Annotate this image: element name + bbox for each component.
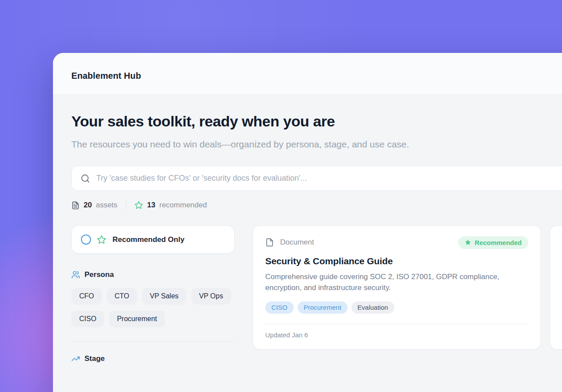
- asset-cards-row: Document Recommended Security & Complian…: [253, 225, 562, 350]
- trending-up-icon: [71, 354, 80, 363]
- card-updated-label: Updated Jan 6: [265, 331, 528, 339]
- card-type-label: Document: [280, 238, 314, 247]
- persona-chip-procurement[interactable]: Procurement: [109, 311, 165, 327]
- star-outline-icon: [134, 201, 143, 210]
- hero-subtitle: The resources you need to win deals—orga…: [71, 136, 424, 153]
- users-icon: [71, 270, 80, 279]
- stage-filter-section: Stage: [71, 354, 235, 363]
- card-tags: CISO Procurement Evaluation: [265, 301, 528, 314]
- persona-chip-vp-ops[interactable]: VP Ops: [191, 288, 231, 304]
- recommended-only-label: Recommended Only: [112, 235, 184, 244]
- tag-procurement: Procurement: [298, 301, 348, 314]
- persona-filter-section: Persona CFO CTO VP Sales VP Ops CISO Pro…: [71, 270, 235, 327]
- recommended-badge: Recommended: [458, 236, 528, 249]
- stage-section-title: Stage: [84, 354, 105, 363]
- file-icon: [265, 238, 274, 247]
- tag-evaluation: Evaluation: [351, 301, 394, 314]
- filters-sidebar: Recommended Only Persona CFO CTO VP: [71, 225, 235, 363]
- assets-stat: 20 assets: [71, 201, 117, 210]
- radio-circle-icon: [81, 234, 91, 245]
- search-bar[interactable]: [71, 166, 562, 191]
- search-icon: [81, 174, 90, 183]
- card-title: Security & Compliance Guide: [265, 256, 528, 266]
- main-row: Recommended Only Persona CFO CTO VP: [71, 225, 562, 363]
- page-title: Enablement Hub: [71, 71, 141, 81]
- sidebar-divider: [71, 341, 235, 342]
- persona-chip-cfo[interactable]: CFO: [71, 288, 102, 304]
- card-top-row: Document Recommended: [265, 236, 528, 249]
- persona-chip-vp-sales[interactable]: VP Sales: [142, 288, 186, 304]
- file-text-icon: [71, 201, 80, 210]
- hero-title: Your sales toolkit, ready when you are: [71, 113, 562, 130]
- recommended-count: 13: [147, 201, 155, 210]
- recommended-badge-label: Recommended: [474, 239, 522, 246]
- card-divider: [265, 324, 528, 324]
- persona-section-title: Persona: [84, 270, 114, 279]
- search-input[interactable]: [96, 174, 562, 183]
- persona-chips: CFO CTO VP Sales VP Ops CISO Procurement: [71, 288, 235, 327]
- asset-card-partial[interactable]: [550, 225, 562, 350]
- card-type: Document: [265, 238, 314, 247]
- persona-chip-cto[interactable]: CTO: [107, 288, 137, 304]
- persona-section-head: Persona: [71, 270, 235, 279]
- star-filled-icon: [465, 239, 471, 245]
- assets-count: 20: [84, 201, 92, 210]
- recommended-only-toggle[interactable]: Recommended Only: [71, 225, 235, 254]
- desktop-background: Enablement Hub Your sales toolkit, ready…: [0, 0, 562, 392]
- window-header: Enablement Hub: [53, 53, 562, 95]
- enablement-hub-window: Enablement Hub Your sales toolkit, ready…: [53, 53, 562, 392]
- tag-ciso: CISO: [265, 301, 294, 314]
- star-outline-icon: [97, 235, 106, 245]
- persona-chip-ciso[interactable]: CISO: [71, 311, 104, 327]
- main-content: Your sales toolkit, ready when you are T…: [53, 95, 562, 363]
- assets-label: assets: [96, 201, 117, 210]
- stats-row: 20 assets 13 recommended: [71, 201, 562, 210]
- stage-section-head: Stage: [71, 354, 235, 363]
- asset-card-security-compliance-guide[interactable]: Document Recommended Security & Complian…: [253, 225, 541, 350]
- stats-divider: [126, 201, 126, 210]
- recommended-label: recommended: [159, 201, 207, 210]
- recommended-stat: 13 recommended: [134, 201, 207, 210]
- card-description: Comprehensive guide covering SOC 2, ISO …: [265, 271, 523, 293]
